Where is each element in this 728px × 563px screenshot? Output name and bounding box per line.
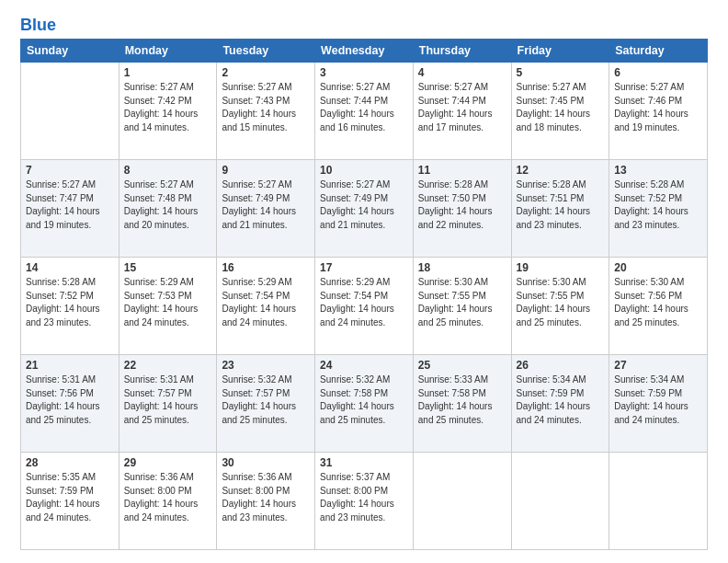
calendar-cell: 19Sunrise: 5:30 AM Sunset: 7:55 PM Dayli… — [511, 258, 609, 355]
calendar-cell: 2Sunrise: 5:27 AM Sunset: 7:43 PM Daylig… — [217, 63, 315, 160]
day-number: 2 — [222, 66, 310, 79]
day-number: 19 — [517, 261, 605, 274]
day-of-week-header: Monday — [119, 40, 217, 63]
day-of-week-header: Saturday — [609, 40, 708, 63]
day-number: 16 — [222, 261, 310, 274]
calendar-week-row: 28Sunrise: 5:35 AM Sunset: 7:59 PM Dayli… — [21, 453, 708, 550]
day-of-week-header: Sunday — [21, 40, 119, 63]
day-of-week-header: Wednesday — [315, 40, 414, 63]
logo-blue-text: Blue — [20, 17, 56, 33]
day-number: 18 — [418, 261, 506, 274]
logo: Blue — [20, 17, 56, 31]
day-number: 9 — [222, 164, 310, 177]
calendar-cell: 8Sunrise: 5:27 AM Sunset: 7:48 PM Daylig… — [119, 160, 217, 258]
day-number: 20 — [614, 261, 702, 274]
calendar-week-row: 1Sunrise: 5:27 AM Sunset: 7:42 PM Daylig… — [21, 63, 708, 160]
calendar-cell: 9Sunrise: 5:27 AM Sunset: 7:49 PM Daylig… — [217, 160, 315, 258]
day-info: Sunrise: 5:28 AM Sunset: 7:52 PM Dayligh… — [26, 276, 114, 329]
calendar-cell — [609, 453, 708, 550]
day-number: 24 — [320, 359, 408, 372]
day-info: Sunrise: 5:31 AM Sunset: 7:56 PM Dayligh… — [26, 373, 114, 427]
calendar-cell: 6Sunrise: 5:27 AM Sunset: 7:46 PM Daylig… — [609, 63, 708, 160]
calendar-cell: 22Sunrise: 5:31 AM Sunset: 7:57 PM Dayli… — [119, 355, 217, 453]
day-of-week-header: Tuesday — [217, 40, 315, 63]
day-number: 31 — [320, 456, 408, 469]
day-number: 29 — [124, 456, 212, 469]
calendar-cell: 14Sunrise: 5:28 AM Sunset: 7:52 PM Dayli… — [21, 258, 119, 355]
page: Blue SundayMondayTuesdayWednesdayThursda… — [0, 0, 728, 563]
day-info: Sunrise: 5:29 AM Sunset: 7:54 PM Dayligh… — [320, 276, 408, 329]
calendar-cell: 25Sunrise: 5:33 AM Sunset: 7:58 PM Dayli… — [413, 355, 511, 453]
day-number: 21 — [26, 359, 114, 372]
day-info: Sunrise: 5:29 AM Sunset: 7:53 PM Dayligh… — [124, 276, 212, 329]
day-info: Sunrise: 5:33 AM Sunset: 7:58 PM Dayligh… — [418, 373, 506, 427]
day-info: Sunrise: 5:27 AM Sunset: 7:44 PM Dayligh… — [418, 81, 506, 134]
day-info: Sunrise: 5:36 AM Sunset: 8:00 PM Dayligh… — [222, 471, 310, 524]
calendar-cell: 26Sunrise: 5:34 AM Sunset: 7:59 PM Dayli… — [511, 355, 609, 453]
day-info: Sunrise: 5:28 AM Sunset: 7:51 PM Dayligh… — [517, 178, 605, 232]
day-info: Sunrise: 5:27 AM Sunset: 7:47 PM Dayligh… — [26, 178, 114, 232]
calendar-cell: 1Sunrise: 5:27 AM Sunset: 7:42 PM Daylig… — [119, 63, 217, 160]
header: Blue — [20, 17, 708, 31]
calendar-cell: 18Sunrise: 5:30 AM Sunset: 7:55 PM Dayli… — [413, 258, 511, 355]
calendar-week-row: 21Sunrise: 5:31 AM Sunset: 7:56 PM Dayli… — [21, 355, 708, 453]
calendar-cell — [21, 63, 119, 160]
day-number: 7 — [26, 164, 114, 177]
calendar-cell: 27Sunrise: 5:34 AM Sunset: 7:59 PM Dayli… — [609, 355, 708, 453]
calendar-cell — [413, 453, 511, 550]
day-info: Sunrise: 5:30 AM Sunset: 7:55 PM Dayligh… — [418, 276, 506, 329]
day-number: 28 — [26, 456, 114, 469]
day-info: Sunrise: 5:27 AM Sunset: 7:49 PM Dayligh… — [320, 178, 408, 232]
calendar-cell: 30Sunrise: 5:36 AM Sunset: 8:00 PM Dayli… — [217, 453, 315, 550]
calendar-cell: 21Sunrise: 5:31 AM Sunset: 7:56 PM Dayli… — [21, 355, 119, 453]
day-number: 13 — [614, 164, 702, 177]
calendar-cell: 5Sunrise: 5:27 AM Sunset: 7:45 PM Daylig… — [511, 63, 609, 160]
calendar-cell: 24Sunrise: 5:32 AM Sunset: 7:58 PM Dayli… — [315, 355, 414, 453]
day-of-week-header: Thursday — [413, 40, 511, 63]
day-info: Sunrise: 5:30 AM Sunset: 7:56 PM Dayligh… — [614, 276, 702, 329]
day-info: Sunrise: 5:28 AM Sunset: 7:52 PM Dayligh… — [614, 178, 702, 232]
day-number: 5 — [517, 66, 605, 79]
day-info: Sunrise: 5:27 AM Sunset: 7:49 PM Dayligh… — [222, 178, 310, 232]
day-info: Sunrise: 5:29 AM Sunset: 7:54 PM Dayligh… — [222, 276, 310, 329]
calendar-cell: 17Sunrise: 5:29 AM Sunset: 7:54 PM Dayli… — [315, 258, 414, 355]
day-info: Sunrise: 5:36 AM Sunset: 8:00 PM Dayligh… — [124, 471, 212, 524]
calendar-cell: 20Sunrise: 5:30 AM Sunset: 7:56 PM Dayli… — [609, 258, 708, 355]
day-number: 11 — [418, 164, 506, 177]
calendar-cell: 3Sunrise: 5:27 AM Sunset: 7:44 PM Daylig… — [315, 63, 414, 160]
calendar-table: SundayMondayTuesdayWednesdayThursdayFrid… — [20, 39, 708, 550]
calendar-cell: 16Sunrise: 5:29 AM Sunset: 7:54 PM Dayli… — [217, 258, 315, 355]
day-number: 10 — [320, 164, 408, 177]
day-number: 27 — [614, 359, 702, 372]
day-number: 25 — [418, 359, 506, 372]
day-of-week-header: Friday — [511, 40, 609, 63]
day-info: Sunrise: 5:30 AM Sunset: 7:55 PM Dayligh… — [517, 276, 605, 329]
day-info: Sunrise: 5:28 AM Sunset: 7:50 PM Dayligh… — [418, 178, 506, 232]
day-number: 6 — [614, 66, 702, 79]
day-number: 22 — [124, 359, 212, 372]
day-number: 12 — [517, 164, 605, 177]
day-number: 30 — [222, 456, 310, 469]
day-info: Sunrise: 5:35 AM Sunset: 7:59 PM Dayligh… — [26, 471, 114, 524]
day-info: Sunrise: 5:27 AM Sunset: 7:48 PM Dayligh… — [124, 178, 212, 232]
calendar-cell: 11Sunrise: 5:28 AM Sunset: 7:50 PM Dayli… — [413, 160, 511, 258]
day-info: Sunrise: 5:37 AM Sunset: 8:00 PM Dayligh… — [320, 471, 408, 524]
day-info: Sunrise: 5:27 AM Sunset: 7:46 PM Dayligh… — [614, 81, 702, 134]
day-number: 4 — [418, 66, 506, 79]
calendar-header-row: SundayMondayTuesdayWednesdayThursdayFrid… — [21, 40, 708, 63]
day-number: 26 — [517, 359, 605, 372]
day-info: Sunrise: 5:27 AM Sunset: 7:44 PM Dayligh… — [320, 81, 408, 134]
day-number: 14 — [26, 261, 114, 274]
day-number: 15 — [124, 261, 212, 274]
day-info: Sunrise: 5:31 AM Sunset: 7:57 PM Dayligh… — [124, 373, 212, 427]
calendar-cell: 15Sunrise: 5:29 AM Sunset: 7:53 PM Dayli… — [119, 258, 217, 355]
day-number: 8 — [124, 164, 212, 177]
calendar-week-row: 14Sunrise: 5:28 AM Sunset: 7:52 PM Dayli… — [21, 258, 708, 355]
day-number: 1 — [124, 66, 212, 79]
calendar-cell — [511, 453, 609, 550]
day-info: Sunrise: 5:27 AM Sunset: 7:43 PM Dayligh… — [222, 81, 310, 134]
calendar-week-row: 7Sunrise: 5:27 AM Sunset: 7:47 PM Daylig… — [21, 160, 708, 258]
calendar-cell: 10Sunrise: 5:27 AM Sunset: 7:49 PM Dayli… — [315, 160, 414, 258]
calendar-cell: 29Sunrise: 5:36 AM Sunset: 8:00 PM Dayli… — [119, 453, 217, 550]
calendar-cell: 13Sunrise: 5:28 AM Sunset: 7:52 PM Dayli… — [609, 160, 708, 258]
